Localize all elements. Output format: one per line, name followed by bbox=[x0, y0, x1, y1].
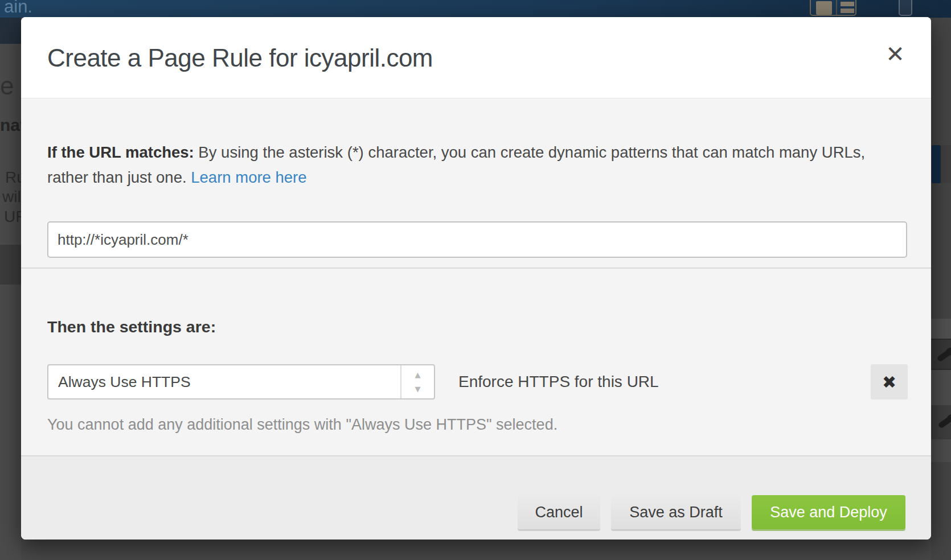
settings-section: Then the settings are: Always Use HTTPS … bbox=[21, 269, 931, 472]
chevron-up-icon: ▲ bbox=[415, 370, 421, 379]
url-pattern-input[interactable] bbox=[47, 221, 907, 258]
close-icon[interactable]: ✕ bbox=[881, 40, 909, 68]
navbar-button-icon bbox=[899, 0, 912, 16]
dimmed-page-left: e nav Ru will UR bbox=[0, 18, 21, 560]
create-page-rule-modal: Create a Page Rule for icyapril.com ✕ If… bbox=[21, 17, 931, 540]
modal-header: Create a Page Rule for icyapril.com ✕ bbox=[21, 17, 931, 98]
dimmed-navbar-edge bbox=[0, 18, 21, 44]
background-navbar-text: ain. bbox=[4, 0, 32, 17]
grid-view-icon bbox=[816, 1, 832, 15]
url-match-section: If the URL matches: By using the asteris… bbox=[21, 99, 931, 267]
dimmed-row bbox=[931, 405, 951, 439]
dimmed-blue-button bbox=[932, 145, 941, 183]
remove-icon: ✖ bbox=[882, 372, 896, 392]
url-match-description: If the URL matches: By using the asteris… bbox=[47, 140, 901, 190]
list-view-icon bbox=[841, 9, 854, 13]
dimmed-row bbox=[931, 319, 951, 339]
settings-helper-text: You cannot add any additional settings w… bbox=[47, 416, 558, 434]
view-toggle-icon bbox=[810, 0, 856, 16]
divider bbox=[836, 0, 837, 15]
dimmed-table-header bbox=[0, 245, 21, 285]
dimmed-row bbox=[931, 439, 951, 462]
learn-more-link[interactable]: Learn more here bbox=[191, 168, 306, 186]
modal-footer: Cancel Save as Draft Save and Deploy bbox=[21, 455, 931, 540]
setting-description: Enforce HTTPS for this URL bbox=[458, 365, 659, 398]
dimmed-row bbox=[931, 370, 951, 405]
dimmed-text-fragment: e bbox=[0, 72, 14, 100]
save-as-draft-button[interactable]: Save as Draft bbox=[611, 495, 741, 529]
dimmed-page-bottom bbox=[21, 540, 931, 560]
dimmed-row bbox=[931, 339, 951, 370]
settings-heading: Then the settings are: bbox=[47, 318, 216, 336]
background-navbar: ain. bbox=[0, 0, 951, 18]
list-view-icon bbox=[841, 2, 854, 6]
modal-title: Create a Page Rule for icyapril.com bbox=[47, 44, 433, 72]
remove-setting-button[interactable]: ✖ bbox=[871, 364, 908, 400]
setting-select-value: Always Use HTTPS bbox=[58, 365, 191, 398]
wrench-icon bbox=[937, 412, 951, 431]
setting-select[interactable]: Always Use HTTPS ▲ ▼ bbox=[47, 364, 435, 400]
save-and-deploy-button[interactable]: Save and Deploy bbox=[752, 495, 905, 529]
screen: ain. e nav Ru will UR bbox=[0, 0, 951, 560]
select-stepper: ▲ ▼ bbox=[400, 365, 434, 398]
url-match-label: If the URL matches: bbox=[47, 143, 194, 161]
cancel-button[interactable]: Cancel bbox=[518, 495, 600, 529]
chevron-down-icon: ▼ bbox=[415, 385, 421, 393]
dimmed-page-right bbox=[931, 18, 951, 560]
wrench-icon bbox=[936, 345, 951, 365]
